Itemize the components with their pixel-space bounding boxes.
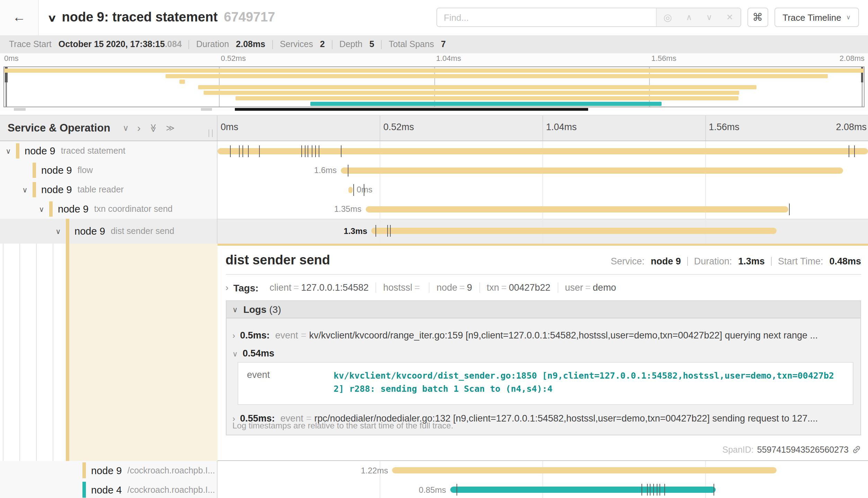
services-value: 2 (320, 39, 325, 49)
span-name-cell[interactable]: ∨ node 9 traced statement (0, 141, 217, 161)
span-bar[interactable] (349, 187, 353, 193)
span-duration-label: 0ms (357, 180, 372, 199)
span-bar-track[interactable]: 0.85ms (217, 480, 868, 498)
span-bar[interactable] (365, 206, 788, 212)
divider (381, 40, 382, 49)
indent-guide (36, 199, 37, 498)
service-value: node 9 (651, 256, 681, 266)
span-name-cell[interactable]: node 4 /cockroach.roachpb.I... (0, 480, 217, 498)
minimap-viewport-indicator[interactable] (235, 108, 588, 110)
divider (687, 256, 688, 265)
chevron-down-icon[interactable]: ∨ (3, 147, 14, 155)
link-icon[interactable] (852, 445, 861, 454)
span-bar-track[interactable]: 1.6ms (217, 161, 868, 180)
find-prev-icon[interactable]: ∧ (686, 13, 692, 22)
minimap-span-bar (310, 101, 662, 106)
collapse-trace-chevron-icon[interactable]: ∨ (47, 13, 57, 24)
log-tick-mark (230, 145, 231, 157)
chevron-down-icon[interactable]: ∨ (53, 227, 64, 235)
span-bar-track[interactable]: 1.35ms (217, 199, 868, 219)
logs-section: ∨ Logs (3) › 0.5ms: event = kv/kvclient/… (225, 300, 861, 435)
divider (225, 274, 861, 274)
column-resizer-grip[interactable] (208, 129, 212, 137)
timeline-minimap[interactable]: 0ms 0.52ms 1.04ms 1.56ms 2.08ms (0, 53, 868, 110)
back-button[interactable]: ← (0, 0, 39, 35)
span-bar-track[interactable] (217, 141, 868, 161)
logs-footnote: Log timestamps are relative to the start… (232, 420, 453, 430)
log-tick-mark (656, 484, 657, 496)
span-bar[interactable] (341, 167, 843, 173)
log-timestamp: 0.54ms (242, 348, 274, 359)
span-bar-track[interactable]: 1.3ms (217, 219, 868, 243)
span-duration-label: 1.6ms (314, 161, 337, 180)
span-color-bar (33, 163, 36, 178)
trace-view-select[interactable]: Trace Timeline ∨ (774, 8, 859, 27)
minimap-span-bar (179, 79, 185, 84)
span-name-cell[interactable]: ∨ node 9 dist sender send (0, 219, 217, 243)
logs-toggle-header[interactable]: ∨ Logs (3) (226, 301, 860, 318)
duration-value: 1.3ms (738, 256, 765, 266)
depth-label: Depth (339, 39, 363, 49)
span-name-cell[interactable]: node 9 flow (0, 161, 217, 180)
span-color-bar (82, 482, 86, 498)
axis-tick: 2.08ms (836, 121, 867, 132)
operation-name: table reader (78, 185, 124, 194)
log-entry-expanded-header[interactable]: ∨ 0.54ms (232, 346, 856, 360)
span-name-cell[interactable]: ∨ node 9 table reader (0, 180, 217, 199)
chevron-down-icon: ∨ (232, 349, 238, 357)
range-scrubber-right[interactable] (861, 67, 862, 107)
operation-name: traced statement (61, 146, 125, 156)
span-name-cell[interactable]: node 9 /cockroach.roachpb.I... (0, 461, 217, 480)
span-row[interactable]: node 4 /cockroach.roachpb.I... 0.85ms (0, 480, 868, 498)
log-tick-mark (354, 184, 354, 196)
chevron-down-icon: ∨ (232, 305, 238, 313)
find-next-icon[interactable]: ∨ (706, 13, 712, 22)
span-bar-track[interactable]: 0ms (217, 180, 868, 199)
span-row[interactable]: node 9 flow 1.6ms (0, 161, 868, 180)
log-tick-mark (242, 145, 243, 157)
span-detail-panel: dist sender send Service:node 9 Duration… (217, 243, 868, 461)
chevron-down-icon[interactable]: ∨ (36, 205, 47, 213)
collapse-one-icon[interactable]: ∨ (123, 123, 129, 133)
span-bar[interactable] (371, 228, 776, 234)
log-tick-mark (647, 484, 647, 496)
top-bar: ← ∨ node 9: traced statement 6749717 ◎ ∧… (0, 0, 868, 36)
chevron-down-icon[interactable]: ∨ (19, 185, 30, 194)
span-row[interactable]: ∨ node 9 txn coordinator send 1.35ms (0, 199, 868, 219)
minimap-drag-handle[interactable] (201, 108, 212, 111)
span-row[interactable]: ∨ node 9 traced statement (0, 141, 868, 161)
axis-tick: 1.04ms (546, 121, 577, 132)
span-name-cell[interactable]: ∨ node 9 txn coordinator send (0, 199, 217, 219)
operation-name: dist sender send (111, 226, 174, 236)
log-tick-mark (301, 145, 302, 157)
span-bar[interactable] (392, 467, 776, 473)
trace-start-label: Trace Start (9, 39, 52, 49)
log-tick-mark (305, 145, 306, 157)
log-entry[interactable]: › 0.5ms: event = kv/kvclient/kvcoord/ran… (232, 328, 856, 342)
trace-start-value: October 15 2020, 17:38:15.084 (59, 39, 182, 49)
keyboard-shortcuts-button[interactable]: ⌘ (747, 8, 768, 27)
range-scrubber-left[interactable] (6, 67, 7, 107)
locate-icon[interactable]: ◎ (664, 12, 672, 23)
span-row-selected[interactable]: ∨ node 9 dist sender send 1.3ms (0, 219, 868, 243)
service-operation-title: Service & Operation (8, 122, 110, 134)
axis-tick: 0ms (221, 121, 238, 132)
expand-one-icon[interactable]: › (137, 122, 141, 134)
minimap-canvas[interactable] (3, 66, 865, 107)
minimap-span-bar (198, 85, 756, 89)
span-rows-area: ∨ node 9 traced statement node 9 flow 1.… (0, 141, 868, 498)
span-row[interactable]: node 9 /cockroach.roachpb.I... 1.22ms (0, 461, 868, 480)
find-input[interactable] (437, 9, 656, 27)
log-key: event (238, 362, 334, 404)
span-bar[interactable] (450, 487, 716, 493)
log-tick-mark (259, 145, 259, 157)
axis-tick: 2.08ms (840, 54, 865, 62)
find-clear-icon[interactable]: ✕ (726, 13, 733, 22)
span-bar-track[interactable]: 1.22ms (217, 461, 868, 480)
expand-all-icon[interactable]: ≫ (166, 123, 175, 133)
span-row[interactable]: ∨ node 9 table reader 0ms (0, 180, 868, 199)
collapse-all-icon[interactable]: ≫ (149, 124, 158, 132)
minimap-drag-handle[interactable] (14, 108, 26, 111)
span-bar[interactable] (217, 148, 868, 154)
tags-toggle-row[interactable]: › Tags: client=127.0.0.1:54582 hostssl= … (225, 281, 861, 295)
